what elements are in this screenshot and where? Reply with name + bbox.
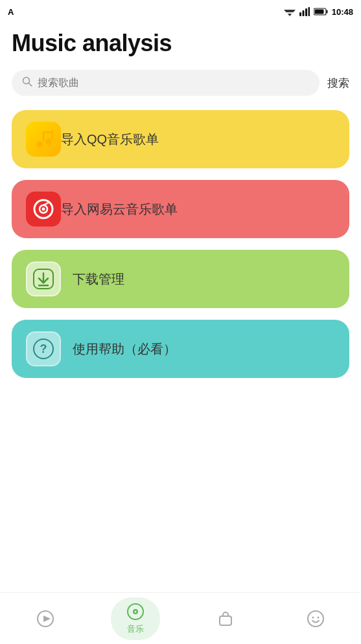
- download-card[interactable]: 下载管理: [12, 250, 349, 308]
- qq-music-card[interactable]: 导入QQ音乐歌单: [12, 110, 349, 168]
- download-icon-wrap: [26, 261, 61, 296]
- qq-music-icon: [26, 122, 61, 157]
- music-nav-icon: [126, 603, 145, 621]
- signal-icon: [299, 7, 310, 16]
- svg-rect-6: [308, 7, 310, 16]
- help-label: 使用帮助（必看）: [73, 340, 176, 358]
- status-bar-right: 10:48: [284, 7, 353, 17]
- main-content: Music analysis 搜索 导入QQ音乐歌单: [0, 23, 361, 378]
- svg-line-11: [29, 83, 32, 87]
- svg-marker-2: [288, 14, 292, 16]
- search-row: 搜索: [12, 70, 349, 96]
- svg-point-32: [308, 611, 323, 627]
- svg-marker-27: [43, 616, 51, 622]
- svg-point-13: [45, 139, 52, 145]
- music-nav-label: 音乐: [127, 623, 144, 635]
- svg-point-33: [312, 616, 314, 618]
- nav-item-face[interactable]: [291, 605, 340, 633]
- bag-nav-icon: [216, 610, 235, 628]
- help-icon: ?: [32, 338, 54, 360]
- svg-line-20: [43, 203, 49, 205]
- nav-item-play[interactable]: [21, 605, 70, 633]
- app-icon: A: [8, 7, 14, 17]
- qq-music-label: 导入QQ音乐歌单: [61, 131, 159, 148]
- svg-point-19: [42, 208, 45, 211]
- svg-rect-3: [299, 12, 301, 16]
- svg-rect-4: [302, 10, 304, 16]
- svg-point-34: [318, 616, 320, 618]
- status-bar: A 10:48: [0, 0, 361, 23]
- netease-icon: [26, 192, 61, 227]
- download-icon: [32, 268, 54, 290]
- svg-rect-9: [314, 10, 323, 14]
- netease-music-label: 导入网易云音乐歌单: [61, 201, 178, 218]
- wifi-icon: [284, 7, 296, 16]
- search-input[interactable]: [38, 77, 309, 89]
- help-card[interactable]: ? 使用帮助（必看）: [12, 320, 349, 378]
- download-label: 下载管理: [73, 271, 124, 288]
- help-icon-wrap: ?: [26, 331, 61, 366]
- search-icon: [22, 76, 32, 89]
- nav-item-music[interactable]: 音乐: [111, 597, 160, 640]
- svg-rect-5: [305, 8, 307, 16]
- svg-rect-16: [43, 131, 54, 133]
- svg-text:?: ?: [40, 342, 47, 355]
- bottom-nav: 音乐: [0, 592, 361, 644]
- svg-point-30: [134, 610, 136, 612]
- search-bar[interactable]: [12, 70, 320, 96]
- nav-item-bag[interactable]: [201, 605, 250, 633]
- search-button[interactable]: 搜索: [327, 76, 349, 91]
- battery-icon: [314, 8, 328, 16]
- svg-rect-8: [326, 10, 327, 14]
- play-nav-icon: [36, 610, 54, 628]
- page-title: Music analysis: [12, 23, 349, 70]
- face-nav-icon: [307, 610, 325, 628]
- netease-music-card[interactable]: 导入网易云音乐歌单: [12, 180, 349, 238]
- svg-point-12: [36, 141, 43, 148]
- time-label: 10:48: [332, 7, 353, 17]
- svg-rect-31: [220, 616, 231, 625]
